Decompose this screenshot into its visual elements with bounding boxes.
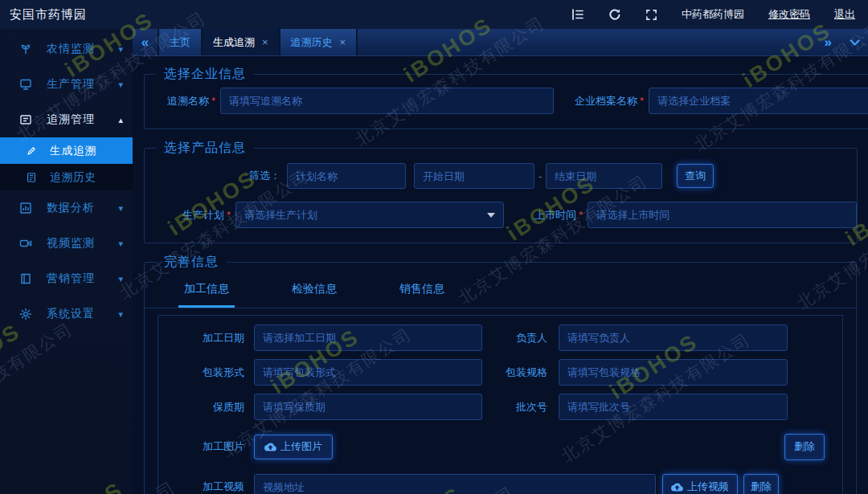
- date-range-separator: -: [538, 170, 542, 182]
- logout-link[interactable]: 退出: [834, 7, 855, 22]
- section-title: 选择产品信息: [156, 140, 254, 157]
- shelf-life-input[interactable]: [254, 394, 482, 420]
- sidebar-item-video-monitor[interactable]: 视频监测 ▾: [0, 226, 133, 261]
- filter-label: 筛选：: [249, 169, 280, 183]
- main-content: 选择企业信息 追溯名称 * 企业档案名称 * 请选择企业档案 选择产品信息 筛选…: [133, 56, 868, 494]
- process-video-label: 加工视频: [158, 480, 244, 494]
- tabs-scroll-right-icon[interactable]: »: [825, 35, 832, 51]
- sidebar-submenu: 生成追溯 追溯历史: [0, 137, 133, 190]
- manager-label: 负责人: [482, 331, 547, 345]
- package-spec-label: 包装规格: [482, 365, 547, 380]
- sidebar-item-label: 系统设置: [47, 307, 118, 321]
- sidebar-item-label: 视频监测: [47, 236, 118, 251]
- trace-name-label: 追溯名称: [167, 94, 209, 108]
- change-password-link[interactable]: 修改密码: [768, 7, 810, 22]
- close-icon[interactable]: ×: [262, 36, 268, 48]
- topbar-actions: 中药都药博园 修改密码 退出: [571, 7, 868, 22]
- production-plan-select[interactable]: 请选择生产计划: [235, 202, 504, 228]
- package-spec-input[interactable]: [559, 359, 788, 386]
- sidebar-subitem-label: 追溯历史: [50, 170, 123, 185]
- video-url-input[interactable]: [254, 474, 656, 494]
- complete-info-tabs: 加工信息 检验信息 销售信息: [145, 271, 856, 308]
- tab-sales-info[interactable]: 销售信息: [394, 282, 450, 308]
- chart-icon: [19, 202, 32, 214]
- chevron-down-icon: ▾: [118, 80, 123, 90]
- sidebar-subitem-generate-trace[interactable]: 生成追溯: [0, 137, 133, 164]
- upload-image-button[interactable]: 上传图片: [254, 435, 333, 459]
- chevron-up-icon: ▴: [118, 115, 123, 125]
- chevron-down-icon: ▾: [118, 44, 123, 55]
- tab-label: 生成追溯: [213, 35, 255, 50]
- monitor-icon: [19, 78, 32, 91]
- tab-home[interactable]: 主页: [159, 29, 203, 55]
- section-title: 完善信息: [156, 254, 227, 271]
- sidebar-item-production-management[interactable]: 生产管理 ▾: [0, 67, 133, 102]
- start-date-input[interactable]: [414, 163, 534, 189]
- chevron-down-icon: [487, 213, 495, 218]
- chevron-down-icon: ▾: [118, 203, 123, 214]
- enterprise-archive-select[interactable]: 请选择企业档案: [649, 88, 868, 114]
- enterprise-archive-label: 企业档案名称: [575, 94, 637, 108]
- upload-video-button[interactable]: 上传视频: [662, 474, 738, 494]
- production-plan-label: 生产计划: [182, 208, 224, 223]
- fullscreen-icon[interactable]: [645, 9, 657, 21]
- tab-label: 追溯历史: [291, 35, 333, 50]
- document-icon: [26, 172, 37, 183]
- collapse-menu-icon[interactable]: [571, 8, 584, 21]
- tab-generate-trace[interactable]: 生成追溯 ×: [203, 29, 280, 55]
- delete-image-button[interactable]: 删除: [784, 434, 825, 460]
- package-form-label: 包装形式: [158, 365, 244, 380]
- required-marker: *: [579, 209, 583, 221]
- close-icon[interactable]: ×: [340, 36, 346, 48]
- chevron-down-icon: ▾: [118, 309, 123, 320]
- refresh-icon[interactable]: [608, 8, 621, 21]
- manager-input[interactable]: [559, 325, 788, 351]
- tab-processing-info[interactable]: 加工信息: [178, 282, 235, 308]
- chevron-down-icon: ▾: [118, 239, 123, 249]
- gear-icon: [19, 308, 32, 320]
- sidebar-item-system-settings[interactable]: 系统设置 ▾: [0, 296, 133, 332]
- delete-video-button[interactable]: 删除: [743, 474, 779, 494]
- sidebar-item-trace-management[interactable]: 追溯管理 ▴: [0, 102, 133, 137]
- sidebar-item-data-analysis[interactable]: 数据分析 ▾: [0, 190, 133, 226]
- plan-name-input[interactable]: [287, 163, 406, 189]
- sidebar-item-label: 追溯管理: [47, 112, 118, 127]
- select-placeholder: 请选择企业档案: [657, 94, 731, 108]
- upload-video-label: 上传视频: [687, 480, 729, 494]
- launch-time-input[interactable]: [588, 202, 857, 228]
- sidebar-item-label: 农情监测: [47, 42, 118, 56]
- sidebar-subitem-label: 生成追溯: [50, 144, 123, 158]
- tabbar-spacer: [358, 29, 824, 55]
- sidebar-item-agriculture-monitor[interactable]: 农情监测 ▾: [0, 31, 133, 67]
- select-placeholder: 请选择生产计划: [244, 208, 317, 223]
- processing-form-panel: 加工日期 负责人 包装形式 包装规格 保质期 批次号: [158, 315, 843, 494]
- tabs-scroll-left-icon[interactable]: «: [133, 29, 159, 55]
- trace-name-input[interactable]: [220, 88, 554, 114]
- package-form-input[interactable]: [254, 359, 482, 386]
- process-date-input[interactable]: [254, 325, 482, 351]
- topbar: 安国市药博园 中药都药博园 修改密码 退出: [0, 0, 868, 29]
- section-product-info: 选择产品信息 筛选： - 查询 生产计划 * 请选择生产计划 上市时间 *: [144, 140, 858, 243]
- sidebar-item-label: 营销管理: [47, 271, 118, 286]
- camera-icon: [19, 237, 32, 250]
- process-date-label: 加工日期: [158, 331, 244, 345]
- tabs-dropdown-icon[interactable]: [850, 35, 860, 46]
- cloud-upload-icon: [264, 441, 276, 453]
- sidebar: 农情监测 ▾ 生产管理 ▾ 追溯管理 ▴ 生成追溯: [0, 29, 133, 494]
- process-image-label: 加工图片: [158, 439, 244, 454]
- org-name: 中药都药博园: [682, 7, 744, 22]
- end-date-input[interactable]: [546, 163, 662, 189]
- sidebar-subitem-trace-history[interactable]: 追溯历史: [0, 164, 133, 190]
- batch-number-input[interactable]: [559, 394, 788, 420]
- section-enterprise-info: 选择企业信息 追溯名称 * 企业档案名称 * 请选择企业档案: [144, 66, 868, 129]
- launch-time-label: 上市时间: [534, 208, 576, 223]
- sidebar-item-label: 生产管理: [47, 77, 118, 92]
- required-marker: *: [211, 95, 215, 107]
- tab-inspection-info[interactable]: 检验信息: [286, 282, 342, 308]
- tab-trace-history[interactable]: 追溯历史 ×: [280, 29, 358, 55]
- app-window: 安国市药博园 中药都药博园 修改密码 退出 农情监测 ▾: [0, 0, 868, 494]
- sidebar-item-marketing-management[interactable]: 营销管理 ▾: [0, 261, 133, 296]
- search-button[interactable]: 查询: [677, 164, 714, 188]
- cloud-upload-icon: [671, 481, 683, 493]
- chevron-down-icon: ▾: [118, 274, 123, 284]
